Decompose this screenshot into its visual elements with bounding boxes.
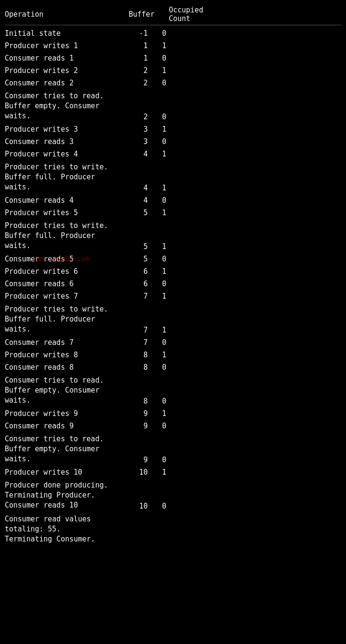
count-cell: 0 bbox=[157, 422, 195, 430]
table-row: Consumer reads 5www.java2s.com50 bbox=[5, 253, 341, 265]
count-cell: 1 bbox=[157, 150, 195, 158]
operation-text: Producer writes 10 bbox=[5, 468, 129, 477]
operation-text: Producer writes 2 bbox=[5, 66, 129, 75]
operation-text: Producer writes 6 bbox=[5, 267, 129, 276]
buffer-cell: 7 bbox=[129, 292, 157, 301]
operation-text: Buffer full. Producer waits. bbox=[5, 315, 95, 333]
operation-cell: Consumer tries to read.Buffer empty. Con… bbox=[5, 91, 129, 121]
buffer-cell: 1 bbox=[129, 42, 157, 50]
table-row: Consumer reads 220 bbox=[5, 77, 341, 89]
operation-cell: Consumer tries to read.Buffer empty. Con… bbox=[5, 375, 129, 405]
buffer-cell: 5 bbox=[129, 208, 157, 217]
operation-text: Buffer empty. Consumer waits. bbox=[5, 102, 100, 120]
operation-text: Consumer reads 7 bbox=[5, 338, 129, 347]
operation-text: Terminating Producer. bbox=[5, 491, 95, 499]
buffer-cell: 4 bbox=[129, 184, 157, 192]
count-cell: 1 bbox=[157, 42, 195, 50]
count-cell: 0 bbox=[157, 196, 195, 205]
operation-text: Initial state bbox=[5, 29, 129, 38]
operation-text: Consumer reads 3 bbox=[5, 137, 129, 146]
table-row: Consumer reads 990 bbox=[5, 420, 341, 432]
table-row: Consumer reads 110 bbox=[5, 52, 341, 64]
operation-text: Producer tries to write. bbox=[5, 221, 108, 230]
table-row: Producer done producing.Terminating Prod… bbox=[5, 478, 341, 512]
table-row: Consumer reads 440 bbox=[5, 194, 341, 207]
buffer-cell: 8 bbox=[129, 397, 157, 405]
operation-text: Consumer reads 9 bbox=[5, 422, 129, 430]
table-header: Operation Buffer Occupied Count bbox=[5, 4, 341, 25]
operation-text: Producer writes 9 bbox=[5, 409, 129, 418]
rows-container: Initial state-10Producer writes 111Consu… bbox=[5, 27, 341, 546]
operation-text: Producer writes 4 bbox=[5, 150, 129, 158]
table-row: Producer writes 661 bbox=[5, 265, 341, 278]
buffer-cell: 10 bbox=[129, 502, 157, 510]
operation-text: Consumer reads 6 bbox=[5, 280, 129, 288]
operation-text: Buffer full. Producer waits. bbox=[5, 173, 95, 191]
buffer-cell: 2 bbox=[129, 79, 157, 87]
operation-text: Producer writes 8 bbox=[5, 351, 129, 359]
operation-text: Producer writes 7 bbox=[5, 292, 129, 301]
buffer-cell: 2 bbox=[129, 113, 157, 121]
operation-text: Consumer reads 8 bbox=[5, 363, 129, 372]
table-row: Producer writes 881 bbox=[5, 349, 341, 361]
buffer-cell: 5 bbox=[129, 242, 157, 251]
operation-text: Buffer empty. Consumer waits. bbox=[5, 445, 100, 463]
buffer-cell: 2 bbox=[129, 66, 157, 75]
buffer-cell: 3 bbox=[129, 125, 157, 134]
count-cell: 1 bbox=[157, 267, 195, 276]
buffer-cell: 4 bbox=[129, 150, 157, 158]
table-row: Producer tries to write.Buffer full. Pro… bbox=[5, 160, 341, 194]
count-cell: 1 bbox=[157, 292, 195, 301]
buffer-cell: 9 bbox=[129, 422, 157, 430]
count-cell: 1 bbox=[157, 326, 195, 334]
operation-cell: Producer tries to write.Buffer full. Pro… bbox=[5, 162, 129, 192]
count-cell: 0 bbox=[157, 456, 195, 464]
count-cell: 1 bbox=[157, 184, 195, 192]
count-cell: 0 bbox=[157, 280, 195, 288]
buffer-cell: 5 bbox=[129, 255, 157, 263]
operation-text: Consumer tries to read. bbox=[5, 92, 104, 100]
count-cell: 1 bbox=[157, 208, 195, 217]
operation-text: Consumer reads 10 bbox=[5, 501, 78, 509]
count-cell: 1 bbox=[157, 66, 195, 75]
count-cell: 1 bbox=[157, 468, 195, 477]
operation-text: Producer done producing. bbox=[5, 481, 108, 489]
header-operation: Operation bbox=[5, 10, 129, 19]
operation-text: Consumer read values totaling: 55. bbox=[5, 515, 91, 533]
operation-cell: Consumer read values totaling: 55.Termin… bbox=[5, 514, 129, 544]
table-row: Producer writes 441 bbox=[5, 148, 341, 160]
buffer-cell: 7 bbox=[129, 338, 157, 347]
operation-text: Producer tries to write. bbox=[5, 305, 108, 313]
count-cell: 0 bbox=[157, 29, 195, 38]
count-cell: 0 bbox=[157, 255, 195, 263]
main-table: Operation Buffer Occupied Count Initial … bbox=[5, 4, 341, 546]
table-row: Consumer reads 770 bbox=[5, 336, 341, 349]
table-row: Consumer reads 880 bbox=[5, 361, 341, 374]
count-cell: 1 bbox=[157, 409, 195, 418]
count-cell: 0 bbox=[157, 54, 195, 62]
operation-text: Consumer reads 5 bbox=[5, 255, 74, 263]
operation-text: Buffer empty. Consumer waits. bbox=[5, 386, 100, 405]
count-cell: 0 bbox=[157, 113, 195, 121]
operation-cell: Producer tries to write.Buffer full. Pro… bbox=[5, 221, 129, 251]
count-cell: 0 bbox=[157, 363, 195, 372]
count-cell: 1 bbox=[157, 242, 195, 251]
table-row: Producer tries to write.Buffer full. Pro… bbox=[5, 302, 341, 336]
operation-text: Producer tries to write. bbox=[5, 163, 108, 171]
operation-text: Consumer reads 2 bbox=[5, 79, 129, 87]
count-cell: 0 bbox=[157, 338, 195, 347]
header-buffer: Buffer bbox=[129, 10, 164, 19]
buffer-cell: 3 bbox=[129, 137, 157, 146]
operation-cell: Producer done producing.Terminating Prod… bbox=[5, 480, 129, 510]
count-cell: 0 bbox=[157, 502, 195, 510]
count-cell: 1 bbox=[157, 125, 195, 134]
table-row: Producer writes 551 bbox=[5, 207, 341, 219]
table-row: Consumer reads 660 bbox=[5, 278, 341, 290]
table-row: Producer writes 111 bbox=[5, 40, 341, 52]
operation-text: Consumer reads 4 bbox=[5, 196, 129, 205]
operation-text: Producer writes 1 bbox=[5, 42, 129, 50]
buffer-cell: 8 bbox=[129, 363, 157, 372]
operation-text: Producer writes 3 bbox=[5, 125, 129, 134]
operation-text: Consumer reads 1 bbox=[5, 54, 129, 62]
table-row: Consumer read values totaling: 55.Termin… bbox=[5, 512, 341, 546]
